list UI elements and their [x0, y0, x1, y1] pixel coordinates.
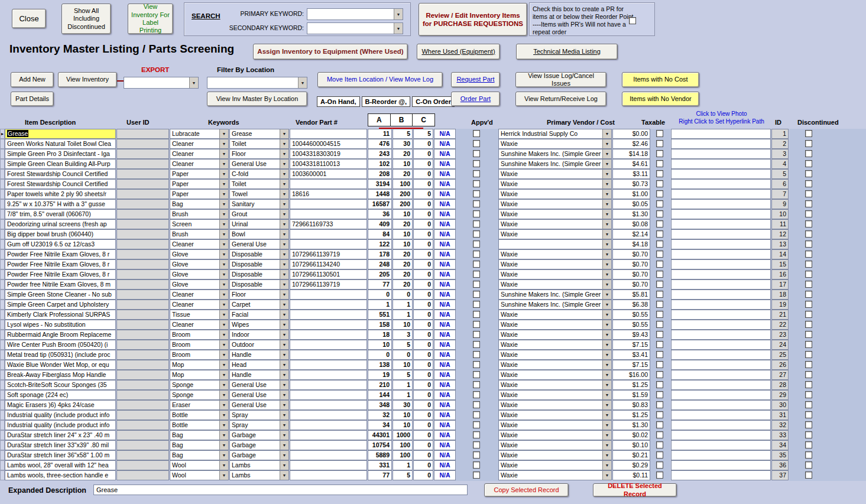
review-purchase-requisitions-button[interactable]: Review / Edit Inventory Items for PURCHA…: [419, 3, 527, 36]
cost-cell[interactable]: $14.18: [612, 149, 650, 159]
chevron-down-icon[interactable]: ▼: [280, 170, 288, 178]
keyword1-combobox[interactable]: Mop▼: [170, 370, 229, 380]
on-order-cell[interactable]: 0: [413, 179, 433, 189]
keyword2-combobox[interactable]: Floor▼: [229, 149, 289, 159]
approved-checkbox[interactable]: [473, 391, 480, 398]
photo-cell[interactable]: [671, 159, 771, 169]
taxable-checkbox[interactable]: [656, 170, 663, 177]
vendor-part-cell[interactable]: [290, 129, 367, 139]
chevron-down-icon[interactable]: ▼: [280, 149, 288, 158]
item-description-cell[interactable]: Powder Free Nitrile Exam Gloves, 8 r: [5, 269, 116, 279]
cost-cell[interactable]: $3.11: [612, 169, 650, 179]
on-hand-cell[interactable]: 551: [368, 310, 392, 320]
reorder-at-cell[interactable]: 3: [393, 330, 413, 340]
row-selector[interactable]: [0, 370, 5, 380]
user-id-cell[interactable]: [116, 129, 169, 139]
approved-checkbox[interactable]: [473, 351, 480, 358]
on-order-cell[interactable]: 0: [413, 219, 433, 229]
taxable-checkbox[interactable]: [656, 411, 663, 418]
primary-vendor-combobox[interactable]: Sunshine Makers Inc. (Simple Greer▼: [498, 290, 612, 300]
cost-cell[interactable]: $1.25: [612, 380, 650, 390]
chevron-down-icon[interactable]: ▼: [219, 401, 228, 409]
chevron-down-icon[interactable]: ▼: [219, 200, 228, 209]
item-description-cell[interactable]: Waxie Blue Wonder Wet Mop, or equ: [5, 360, 116, 370]
photo-cell[interactable]: [671, 209, 771, 219]
chevron-down-icon[interactable]: ▼: [280, 360, 288, 369]
on-order-cell[interactable]: 0: [413, 189, 433, 199]
view-return-log-button[interactable]: View Return/Receive Log: [515, 92, 606, 106]
primary-vendor-combobox[interactable]: Waxie▼: [498, 470, 612, 480]
cost-cell[interactable]: $1.25: [612, 410, 650, 420]
keyword2-combobox[interactable]: Spray▼: [229, 420, 289, 430]
primary-vendor-combobox[interactable]: Waxie▼: [498, 219, 612, 229]
reorder-at-cell[interactable]: 20: [393, 269, 413, 279]
on-order-cell[interactable]: 0: [413, 159, 433, 169]
vendor-part-cell[interactable]: [290, 229, 367, 239]
chevron-down-icon[interactable]: ▼: [602, 200, 611, 209]
approved-checkbox[interactable]: [473, 421, 480, 428]
cost-cell[interactable]: $16.00: [612, 370, 650, 380]
chevron-down-icon[interactable]: ▼: [280, 220, 288, 229]
cost-cell[interactable]: $0.10: [612, 440, 650, 450]
vendor-part-cell[interactable]: [290, 450, 367, 460]
cost-cell[interactable]: $0.70: [612, 259, 650, 269]
photo-cell[interactable]: [671, 450, 771, 460]
keyword2-combobox[interactable]: Floor▼: [229, 290, 289, 300]
on-order-cell[interactable]: 0: [413, 440, 433, 450]
approved-checkbox[interactable]: [473, 331, 480, 338]
on-order-cell[interactable]: 0: [413, 169, 433, 179]
vendor-part-cell[interactable]: [290, 370, 367, 380]
filter-location-combobox[interactable]: ▼: [207, 77, 307, 89]
close-button[interactable]: Close: [12, 9, 46, 28]
vendor-part-cell[interactable]: 10729661134240: [290, 259, 367, 269]
keyword1-combobox[interactable]: Bottle▼: [170, 410, 229, 420]
keyword1-combobox[interactable]: Paper▼: [170, 179, 229, 189]
vendor-part-cell[interactable]: [290, 199, 367, 209]
on-hand-cell[interactable]: 144: [368, 390, 392, 400]
chevron-down-icon[interactable]: ▼: [298, 77, 307, 88]
approved-checkbox[interactable]: [473, 361, 480, 368]
cost-cell[interactable]: $0.83: [612, 400, 650, 410]
photo-cell[interactable]: [671, 310, 771, 320]
photo-cell[interactable]: [671, 430, 771, 440]
primary-vendor-combobox[interactable]: Waxie▼: [498, 169, 612, 179]
on-hand-cell[interactable]: 138: [368, 360, 392, 370]
chevron-down-icon[interactable]: ▼: [280, 320, 288, 329]
copy-record-button[interactable]: Copy Selected Record: [484, 483, 569, 497]
taxable-checkbox[interactable]: [656, 401, 663, 408]
discontinued-checkbox[interactable]: [805, 451, 812, 459]
discontinued-checkbox[interactable]: [805, 180, 812, 187]
cost-cell[interactable]: $2.46: [612, 139, 650, 149]
chevron-down-icon[interactable]: ▼: [602, 290, 611, 299]
keyword1-combobox[interactable]: Bag▼: [170, 430, 229, 440]
on-hand-cell[interactable]: 122: [368, 239, 392, 249]
taxable-checkbox[interactable]: [656, 472, 663, 479]
cost-cell[interactable]: $1.59: [612, 390, 650, 400]
vendor-part-cell[interactable]: [290, 239, 367, 249]
on-order-cell[interactable]: 0: [413, 360, 433, 370]
on-hand-cell[interactable]: 102: [368, 159, 392, 169]
keyword2-combobox[interactable]: Grout▼: [229, 209, 289, 219]
approved-checkbox[interactable]: [473, 240, 480, 248]
vendor-part-cell[interactable]: [290, 440, 367, 450]
chevron-down-icon[interactable]: ▼: [602, 250, 611, 259]
keyword1-combobox[interactable]: Glove▼: [170, 259, 229, 269]
user-id-cell[interactable]: [116, 169, 169, 179]
chevron-down-icon[interactable]: ▼: [219, 340, 228, 349]
keyword2-combobox[interactable]: General Use▼: [229, 380, 289, 390]
photo-cell[interactable]: [671, 139, 771, 149]
row-selector[interactable]: [0, 380, 5, 390]
item-description-cell[interactable]: Forest Stewardship Council Certified: [5, 169, 116, 179]
reorder-at-cell[interactable]: 1: [393, 460, 413, 470]
user-id-cell[interactable]: [116, 400, 169, 410]
row-selector[interactable]: [0, 320, 5, 330]
chevron-down-icon[interactable]: ▼: [280, 290, 288, 299]
keyword1-combobox[interactable]: Paper▼: [170, 169, 229, 179]
chevron-down-icon[interactable]: ▼: [602, 411, 611, 420]
row-selector[interactable]: [0, 340, 5, 350]
discontinued-checkbox[interactable]: [805, 190, 812, 197]
photo-cell[interactable]: [671, 420, 771, 430]
vendor-part-cell[interactable]: 10729661139719: [290, 249, 367, 259]
primary-vendor-combobox[interactable]: Waxie▼: [498, 259, 612, 269]
item-description-cell[interactable]: Forest Stewardship Council Certified: [5, 179, 116, 189]
